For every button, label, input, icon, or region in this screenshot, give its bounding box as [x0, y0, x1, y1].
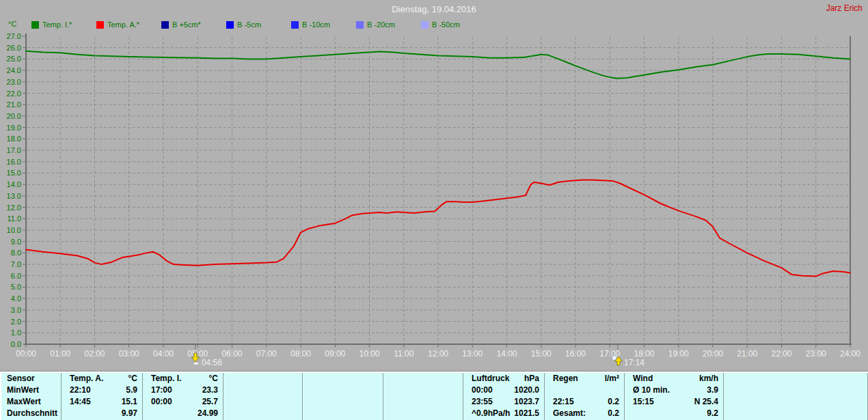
table-data-row: 9.97: [62, 408, 142, 419]
y-tick-label: 18.0: [7, 135, 21, 143]
x-tick-label: 20:00: [703, 349, 723, 359]
y-tick-label: 24.0: [7, 66, 21, 74]
x-tick-label: 01:00: [50, 349, 70, 359]
table-data-row: 23:551023.7: [463, 396, 544, 408]
cell-value: [619, 384, 624, 396]
x-tick-label: 14:00: [496, 349, 517, 359]
x-tick-label: 06:00: [221, 349, 242, 359]
table-data-row: 00:001020.0: [463, 384, 544, 396]
y-tick-label: 9.0: [11, 238, 21, 246]
x-tick-label: 17:00: [599, 349, 620, 359]
table-row-label: Durchschnitt: [1, 408, 61, 419]
cell-left: Temp. I.: [143, 373, 181, 384]
cell-value: °C: [128, 373, 142, 384]
cell-left: [724, 373, 732, 384]
y-tick-label: 5.0: [11, 283, 21, 291]
table-column-temp-a-: Temp. A.°C22:105.914:4515.19.97: [62, 373, 143, 420]
x-tick-label: 09:00: [325, 349, 345, 359]
table-column-empty: [724, 373, 868, 420]
y-tick-label: 25.0: [7, 55, 21, 63]
cell-left: 14:45: [62, 396, 91, 408]
cell-left: [223, 384, 232, 396]
table-row-label: Sensor: [1, 373, 61, 384]
cell-left: [303, 373, 311, 384]
cell-left: Gesamt:: [545, 408, 586, 419]
y-tick-label: 19.0: [7, 124, 21, 132]
y-tick-label: 16.0: [7, 158, 21, 166]
stats-table: SensorMinWertMaxWertDurchschnittTemp. A.…: [0, 371, 868, 420]
table-column-luftdruck: LuftdruckhPa00:001020.023:551023.7^0.9hP…: [463, 373, 545, 420]
x-tick-label: 18:00: [634, 349, 654, 359]
series-line-temp-innen: [26, 51, 850, 79]
cell-value: [458, 384, 463, 396]
y-tick-label: 10.0: [7, 226, 21, 234]
table-data-row: 24.99: [143, 408, 223, 419]
table-column-empty: [303, 373, 383, 420]
x-tick-label: 10:00: [359, 349, 379, 359]
x-tick-label: 24:00: [840, 349, 860, 359]
table-column-wind: Windkm/hØ 10 min.3.915:15N 25.49.2: [625, 373, 724, 420]
cell-value: 9.97: [122, 408, 142, 419]
y-tick-label: 21.0: [7, 100, 21, 109]
cell-left: Regen: [545, 373, 578, 384]
table-data-row: [383, 408, 463, 419]
cell-value: [297, 373, 302, 384]
table-header-row: [724, 373, 867, 384]
cell-left: 22:10: [62, 384, 91, 396]
cell-value: [378, 396, 383, 408]
sunset-time-label: 17:14: [624, 358, 645, 367]
cell-left: 23:55: [463, 396, 493, 408]
cell-value: 1020.0: [514, 384, 544, 396]
table-header-row: [223, 373, 302, 384]
table-data-row: 22:150.2: [545, 396, 624, 408]
table-data-row: [383, 396, 463, 408]
cell-left: [303, 408, 311, 419]
y-tick-label: 17.0: [7, 146, 21, 154]
table-column-empty: [223, 373, 303, 420]
x-tick-label: 15:00: [531, 349, 552, 359]
cell-value: km/h: [699, 373, 723, 384]
table-data-row: [223, 408, 302, 419]
x-tick-label: 00:00: [16, 349, 36, 359]
cell-value: [863, 408, 867, 419]
table-column-regen: Regenl/m²22:150.2Gesamt:0.2: [545, 373, 625, 420]
cell-value: 25.7: [202, 396, 223, 408]
cell-left: [62, 408, 70, 419]
y-tick-label: 22.0: [7, 89, 21, 98]
cell-left: [303, 396, 311, 408]
x-tick-label: 11:00: [394, 349, 413, 359]
table-header-row: Temp. I.°C: [143, 373, 223, 384]
x-tick-label: 22:00: [771, 349, 791, 359]
cell-left: [223, 373, 232, 384]
y-tick-label: 4.0: [11, 294, 21, 303]
table-data-row: Ø 10 min.3.9: [625, 384, 723, 396]
cell-value: [297, 396, 302, 408]
cell-left: Luftdruck: [463, 373, 509, 384]
cell-value: 0.2: [608, 408, 624, 419]
x-tick-label: 21:00: [737, 349, 757, 359]
cell-left: [383, 373, 392, 384]
cell-value: 1023.7: [514, 396, 544, 408]
cell-value: [458, 396, 463, 408]
cell-left: 17:00: [143, 384, 172, 396]
y-tick-label: 26.0: [7, 44, 21, 52]
cell-value: 3.9: [707, 384, 723, 396]
y-tick-label: 11.0: [7, 214, 21, 223]
x-tick-label: 04:00: [153, 349, 174, 359]
cell-value: [297, 408, 302, 419]
y-tick-label: 23.0: [7, 78, 21, 86]
table-data-row: [303, 384, 383, 396]
y-tick-label: 8.0: [11, 249, 21, 257]
table-data-row: [724, 396, 867, 408]
y-tick-label: 1.0: [11, 328, 21, 337]
x-tick-label: 16:00: [565, 349, 586, 359]
cell-value: °C: [209, 373, 223, 384]
y-tick-label: 15.0: [7, 169, 21, 177]
table-data-row: Gesamt:0.2: [545, 408, 624, 419]
cell-value: 5.9: [126, 384, 142, 396]
table-data-row: [545, 384, 624, 396]
table-header-row: [383, 373, 463, 384]
weather-app-window: Dienstag, 19.04.2016 Jarz Erich °C Temp.…: [0, 0, 868, 420]
x-tick-label: 13:00: [462, 349, 483, 359]
y-tick-label: 0.0: [11, 340, 21, 348]
